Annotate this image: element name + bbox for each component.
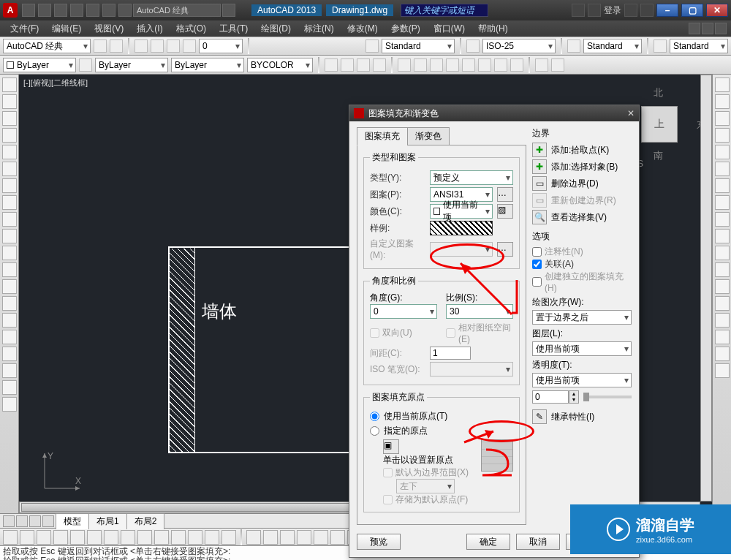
showmotion-icon[interactable] xyxy=(510,58,523,72)
draworder-combo[interactable]: 置于边界之后 xyxy=(532,310,632,325)
dialog-titlebar[interactable]: 图案填充和渐变色 ✕ xyxy=(349,105,639,121)
origin-current-radio[interactable] xyxy=(370,412,379,421)
polygon-icon[interactable] xyxy=(2,128,17,143)
minimize-button[interactable]: – xyxy=(656,4,678,17)
viewcube-south[interactable]: 南 xyxy=(654,149,663,162)
polar-icon[interactable] xyxy=(53,530,68,545)
mdi-restore-icon[interactable] xyxy=(702,23,713,34)
mtext-icon[interactable] xyxy=(2,380,17,395)
ortho-icon[interactable] xyxy=(37,530,51,545)
grid-icon[interactable] xyxy=(20,530,34,545)
construction-line-icon[interactable] xyxy=(2,94,17,109)
osnap-icon[interactable] xyxy=(70,530,85,545)
mlstyle-icon[interactable] xyxy=(654,39,667,53)
hatch-icon[interactable] xyxy=(2,313,17,328)
sc-icon[interactable] xyxy=(205,530,219,545)
menu-parametric[interactable]: 参数(P) xyxy=(385,21,426,37)
layer-combo-mini[interactable]: 0 xyxy=(199,39,243,53)
revision-cloud-icon[interactable] xyxy=(2,195,17,210)
named-views-icon[interactable] xyxy=(398,58,411,72)
add-select-button[interactable]: ✚ xyxy=(532,159,547,174)
join-icon[interactable] xyxy=(715,296,730,311)
mdi-minimize-icon[interactable] xyxy=(689,23,700,34)
lwt-icon[interactable] xyxy=(154,530,169,545)
qat-saveas-icon[interactable] xyxy=(70,4,83,17)
textstyle-icon[interactable] xyxy=(366,39,379,53)
blend-icon[interactable] xyxy=(715,347,730,361)
zoom-window-icon[interactable] xyxy=(462,58,475,72)
menu-file[interactable]: 文件(F) xyxy=(4,21,45,37)
mlstyle-combo[interactable]: Standard xyxy=(670,39,728,53)
extend-icon[interactable] xyxy=(715,246,730,260)
exchange-icon[interactable] xyxy=(624,4,637,17)
infocenter-icon[interactable] xyxy=(572,4,585,17)
layer-off-icon[interactable] xyxy=(183,39,196,53)
login-label[interactable]: 登录 xyxy=(604,4,621,17)
origin-spec-radio[interactable] xyxy=(370,426,379,436)
array-icon[interactable] xyxy=(715,145,730,159)
linetype-combo[interactable]: ByLayer xyxy=(95,58,168,72)
dim-arc-icon[interactable] xyxy=(280,530,295,545)
dim-linear-icon[interactable] xyxy=(246,530,261,545)
layer-color-combo[interactable]: ByLayer xyxy=(3,58,76,72)
add-selected-icon[interactable] xyxy=(2,397,17,412)
layer-state-icon[interactable] xyxy=(135,39,148,53)
menu-dimension[interactable]: 标注(N) xyxy=(298,21,340,37)
break-at-point-icon[interactable] xyxy=(715,262,730,277)
qat-more-icon[interactable] xyxy=(222,4,235,17)
angle-combo[interactable]: 0 xyxy=(370,304,437,319)
menu-insert[interactable]: 插入(I) xyxy=(131,21,168,37)
view-selection-button[interactable]: 🔍 xyxy=(532,210,547,224)
offset-icon[interactable] xyxy=(715,128,730,143)
maximize-button[interactable]: ▢ xyxy=(681,4,703,17)
lineweight-combo[interactable]: ByLayer xyxy=(171,58,244,72)
close-button[interactable]: ✕ xyxy=(706,4,728,17)
fillet-icon[interactable] xyxy=(715,330,730,344)
menu-draw[interactable]: 绘图(D) xyxy=(255,21,297,37)
app-logo[interactable]: A xyxy=(3,3,18,18)
textstyle-combo[interactable]: Standard xyxy=(382,39,455,53)
mirror-icon[interactable] xyxy=(715,111,730,126)
pan-icon[interactable] xyxy=(430,58,443,72)
qat-save-icon[interactable] xyxy=(54,4,67,17)
dyn-icon[interactable] xyxy=(137,530,152,545)
stretch-icon[interactable] xyxy=(715,212,730,227)
menu-format[interactable]: 格式(O) xyxy=(170,21,212,37)
signin-icon[interactable] xyxy=(588,4,601,17)
inherit-props-button[interactable]: ✎ xyxy=(532,409,547,424)
help-icon[interactable] xyxy=(640,4,654,17)
layer-combo[interactable]: 使用当前项 xyxy=(532,341,632,356)
tab-layout2[interactable]: 布局2 xyxy=(126,513,165,529)
scale-combo[interactable]: 30 xyxy=(446,304,513,319)
dimstyle-combo[interactable]: ISO-25 xyxy=(482,39,556,53)
pattern-browse-button[interactable]: … xyxy=(497,187,513,202)
viewport4-icon[interactable] xyxy=(373,58,386,72)
otrack-icon[interactable] xyxy=(104,530,118,545)
ok-button[interactable]: 确定 xyxy=(466,534,510,550)
qp-icon[interactable] xyxy=(188,530,202,545)
viewcube-top[interactable]: 上 xyxy=(641,106,678,143)
tab-next-icon[interactable] xyxy=(29,515,41,527)
transparency-slider[interactable] xyxy=(583,396,632,398)
steering-icon[interactable] xyxy=(494,58,507,72)
tab-prev-icon[interactable] xyxy=(16,515,28,527)
move-icon[interactable] xyxy=(715,162,730,176)
circle-icon[interactable] xyxy=(2,178,17,193)
point-icon[interactable] xyxy=(2,296,17,311)
tab-layout1[interactable]: 布局1 xyxy=(88,513,127,529)
viewport-icon[interactable] xyxy=(325,58,338,72)
add-pick-button[interactable]: ✚ xyxy=(532,143,547,157)
viewport2-icon[interactable] xyxy=(341,58,354,72)
zoom-prev-icon[interactable] xyxy=(478,58,491,72)
table-icon[interactable] xyxy=(2,363,17,378)
3dosnap-icon[interactable] xyxy=(87,530,102,545)
tool-palette-icon[interactable] xyxy=(535,58,548,72)
arc-icon[interactable] xyxy=(2,162,17,176)
dimstyle-icon[interactable] xyxy=(466,39,480,53)
zoom-icon[interactable] xyxy=(446,58,459,72)
erase-icon[interactable] xyxy=(715,77,730,92)
am-icon[interactable] xyxy=(221,530,236,545)
type-combo[interactable]: 预定义 xyxy=(430,170,513,185)
break-icon[interactable] xyxy=(715,279,730,294)
separate-checkbox[interactable] xyxy=(532,277,542,287)
